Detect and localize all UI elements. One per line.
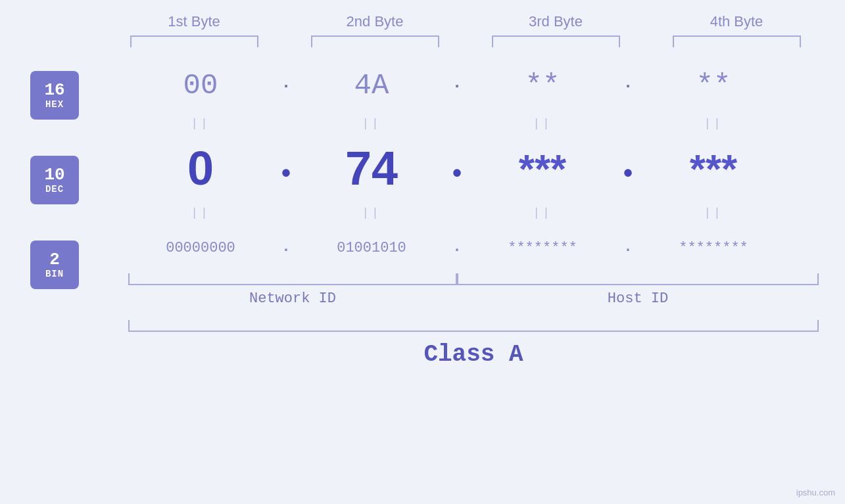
class-label: Class A <box>423 341 523 368</box>
network-id-label: Network ID <box>128 290 457 307</box>
bracket-byte-2 <box>311 35 439 47</box>
dec-byte-1: 0 <box>128 141 273 195</box>
bin-byte-2: 01001010 <box>299 240 444 256</box>
hex-byte-3: ** <box>470 69 615 102</box>
eq-2-2: || <box>299 206 444 219</box>
equals-row-2: || || || || <box>128 201 819 225</box>
hex-byte-4: ** <box>641 69 786 102</box>
eq-2-4: || <box>641 206 786 219</box>
sep-bin-1: . <box>273 238 299 258</box>
eq-1-4: || <box>641 117 786 130</box>
byte-label-1: 1st Byte <box>122 13 266 30</box>
sep-dec-1: • <box>273 160 299 190</box>
main-container: 1st Byte 2nd Byte 3rd Byte 4th Byte 16 H… <box>0 0 845 504</box>
host-id-label: Host ID <box>457 290 819 307</box>
network-bracket <box>128 273 457 285</box>
dec-byte-4: *** <box>641 145 786 192</box>
data-grid: 00 . 4A . ** . ** || || <box>112 59 835 368</box>
sep-dec-2: • <box>444 160 470 190</box>
hex-row: 00 . 4A . ** . ** <box>128 59 819 112</box>
hex-byte-1: 00 <box>128 69 273 102</box>
class-label-wrapper: Class A <box>423 341 523 368</box>
sep-dec-3: • <box>615 160 641 190</box>
bin-byte-4: ******** <box>641 240 786 256</box>
sep-bin-3: . <box>615 238 641 258</box>
sep-bin-2: . <box>444 238 470 258</box>
host-bracket <box>457 273 819 285</box>
base-badges: 16 HEX 10 DEC 2 BIN <box>30 59 79 289</box>
hex-byte-2: 4A <box>299 69 444 102</box>
bin-byte-3: ******** <box>470 240 615 256</box>
bracket-byte-3 <box>492 35 620 47</box>
sep-hex-1: . <box>273 73 299 98</box>
dec-badge: 10 DEC <box>30 156 79 204</box>
eq-1-3: || <box>470 117 615 130</box>
bin-byte-1: 00000000 <box>128 240 273 256</box>
dec-byte-2: 74 <box>299 141 444 195</box>
watermark: ipshu.com <box>796 488 835 497</box>
byte-label-2: 2nd Byte <box>302 13 447 30</box>
id-labels: Network ID Host ID <box>128 290 819 307</box>
eq-1-2: || <box>299 117 444 130</box>
eq-1-1: || <box>128 117 273 130</box>
hex-badge: 16 HEX <box>30 71 79 120</box>
byte-labels-row: 1st Byte 2nd Byte 3rd Byte 4th Byte <box>104 13 827 30</box>
sep-hex-3: . <box>615 73 641 98</box>
bin-row: 00000000 . 01001010 . ******** . *******… <box>128 225 819 271</box>
bottom-brackets <box>128 273 819 286</box>
outer-bracket <box>128 320 819 332</box>
eq-2-1: || <box>128 206 273 219</box>
bracket-byte-1 <box>130 35 258 47</box>
byte-label-4: 4th Byte <box>664 13 809 30</box>
equals-row-1: || || || || <box>128 112 819 135</box>
eq-2-3: || <box>470 206 615 219</box>
dec-byte-3: *** <box>470 145 615 192</box>
sep-hex-2: . <box>444 73 470 98</box>
dec-row: 0 • 74 • *** • *** <box>128 135 819 201</box>
bracket-byte-4 <box>673 35 801 47</box>
bin-badge: 2 BIN <box>30 241 79 289</box>
top-brackets-row <box>104 35 827 47</box>
byte-label-3: 3rd Byte <box>483 13 628 30</box>
